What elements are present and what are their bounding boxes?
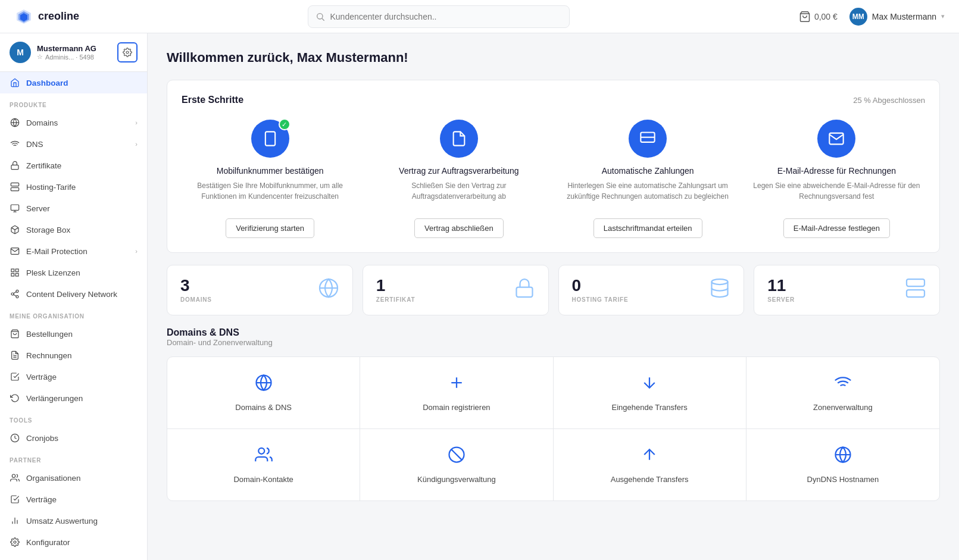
box-icon [10, 224, 20, 235]
step-2-icon-wrap [440, 120, 478, 158]
search-input[interactable] [330, 12, 562, 21]
sidebar-item-label: Verträge [26, 495, 57, 504]
dns-tile-dyndns[interactable]: DynDNS Hostnamen [746, 429, 939, 500]
account-gear-button[interactable] [117, 42, 138, 62]
dns-tile-eingehende-label: Eingehende Transfers [612, 403, 688, 412]
sidebar-item-label: Verlängerungen [26, 394, 83, 403]
sidebar-section-organisation: MEINE ORGANISATION [0, 305, 147, 323]
svg-line-4 [322, 18, 324, 21]
sidebar-item-konfigurator[interactable]: Konfigurator [0, 531, 147, 553]
chevron-right-icon: › [135, 140, 138, 148]
sidebar-item-storage-box[interactable]: Storage Box [0, 219, 147, 240]
step-4-circle [817, 120, 855, 158]
settings-icon [10, 537, 20, 548]
grid-icon [10, 267, 20, 278]
sidebar-item-email-protection[interactable]: E-Mail Protection › [0, 240, 147, 262]
logo-icon [14, 7, 33, 26]
steps-grid: ✓ Mobilfunknummer bestätigen Bestätigen … [182, 120, 925, 238]
stat-domains-label: DOMAINS [180, 296, 212, 303]
stats-row: 3 DOMAINS 1 ZERTIFIKAT 0 HOS [167, 265, 940, 315]
stat-hosting-label: HOSTING TARIFE [572, 296, 629, 303]
svg-point-25 [16, 296, 18, 298]
dns-section-subtitle: Domain- und Zonenverwaltung [167, 338, 940, 347]
step-3-button[interactable]: Lastschriftmandat erteilen [593, 218, 702, 238]
dns-tile-registrieren[interactable]: Domain registrieren [360, 357, 553, 429]
step-4-icon-wrap [817, 120, 855, 158]
sidebar-item-organisationen[interactable]: Organisationen [0, 467, 147, 489]
card-header: Erste Schritte 25 % Abgeschlossen [182, 95, 925, 105]
sidebar-item-cronjobs[interactable]: Cronjobs [0, 427, 147, 449]
account-avatar: M [10, 42, 31, 63]
step-2-desc: Schließen Sie den Vertrag zur Auftragsda… [370, 180, 547, 210]
users-icon [10, 473, 20, 483]
sidebar: M Mustermann AG ☆ Adminis... · 5498 Dash… [0, 33, 148, 560]
dns-tile-domains-dns-icon [255, 374, 273, 396]
svg-rect-11 [11, 183, 18, 186]
sidebar-item-server[interactable]: Server [0, 198, 147, 219]
sidebar-item-partner-vertraege[interactable]: Verträge [0, 489, 147, 510]
stat-hosting-icon [709, 277, 730, 303]
sidebar-item-rechnungen[interactable]: Rechnungen [0, 345, 147, 366]
svg-point-55 [258, 448, 264, 454]
sidebar-section-produkte: PRODUKTE [0, 93, 147, 112]
sidebar-item-vertraege[interactable]: Verträge [0, 366, 147, 387]
sidebar-item-dashboard[interactable]: Dashboard [0, 72, 147, 93]
dns-tile-kuendigung-label: Kündigungsverwaltung [417, 475, 496, 484]
dns-tile-zonenverwaltung[interactable]: Zonenverwaltung [746, 357, 939, 429]
sidebar-item-domains[interactable]: Domains › [0, 112, 147, 133]
svg-rect-22 [11, 273, 14, 276]
logo[interactable]: creoline [14, 7, 79, 26]
stat-domains-icon [318, 277, 339, 303]
sidebar-item-bestellungen[interactable]: Bestellungen [0, 323, 147, 345]
sidebar-item-zertifikate[interactable]: Zertifikate [0, 155, 147, 176]
sidebar-item-dns[interactable]: DNS › [0, 133, 147, 155]
step-1-button[interactable]: Verifizierung starten [226, 218, 314, 238]
stat-server[interactable]: 11 SERVER [754, 265, 940, 315]
step-1-check: ✓ [279, 118, 290, 130]
sidebar-item-cdn[interactable]: Content Delivery Network [0, 283, 147, 305]
sidebar-item-label: Hosting-Tarife [26, 183, 76, 192]
body: M Mustermann AG ☆ Adminis... · 5498 Dash… [0, 33, 959, 560]
file2-icon [10, 494, 20, 505]
cart-area[interactable]: 0,00 € [799, 11, 838, 23]
search-bar[interactable] [308, 5, 570, 28]
dns-tile-kontakte[interactable]: Domain-Kontakte [167, 429, 360, 500]
sidebar-item-label: Bestellungen [26, 330, 73, 339]
dns-section-title: Domains & DNS [167, 327, 940, 338]
progress-text: 25 % Abgeschlossen [853, 96, 925, 105]
dns-tile-eingehende-icon [641, 374, 658, 396]
dns-tile-eingehende[interactable]: Eingehende Transfers [554, 357, 746, 429]
sidebar-account: M Mustermann AG ☆ Adminis... · 5498 [0, 33, 147, 72]
wifi-icon [10, 139, 20, 149]
cart-icon [799, 11, 811, 23]
sidebar-item-plesk[interactable]: Plesk Lizenzen [0, 262, 147, 283]
svg-rect-37 [265, 132, 274, 145]
user-area[interactable]: MM Max Mustermann ▾ [849, 8, 945, 26]
stat-hosting[interactable]: 0 HOSTING TARIFE [558, 265, 745, 315]
step-1-icon-wrap: ✓ [251, 120, 289, 158]
gear-icon [123, 48, 132, 57]
dns-tile-ausgehende[interactable]: Ausgehende Transfers [554, 429, 746, 500]
stat-zertifikat[interactable]: 1 ZERTIFIKAT [363, 265, 549, 315]
dns-tile-kuendigung[interactable]: Kündigungsverwaltung [360, 429, 553, 500]
dns-tile-domains-dns[interactable]: Domains & DNS [167, 357, 360, 429]
svg-rect-20 [15, 269, 18, 272]
step-4-button[interactable]: E-Mail-Adresse festlegen [783, 218, 890, 238]
sidebar-item-label: Server [26, 204, 50, 213]
sidebar-item-verlaengerungen[interactable]: Verlängerungen [0, 387, 147, 409]
sidebar-item-label: Dashboard [26, 79, 68, 87]
svg-rect-21 [15, 273, 18, 276]
svg-point-24 [11, 293, 14, 295]
sidebar-item-hosting-tarife[interactable]: Hosting-Tarife [0, 176, 147, 198]
stat-domains[interactable]: 3 DOMAINS [167, 265, 353, 315]
sidebar-item-umsatz[interactable]: Umsatz Auswertung [0, 510, 147, 531]
stat-server-number: 11 [767, 277, 795, 294]
email-icon [828, 130, 845, 147]
dns-tile-kuendigung-icon [448, 446, 466, 468]
dns-tile-kontakte-icon [255, 446, 273, 468]
step-2-button[interactable]: Vertrag abschließen [414, 218, 504, 238]
svg-point-23 [16, 290, 18, 292]
dns-tile-zonenverwaltung-label: Zonenverwaltung [813, 403, 873, 412]
sidebar-section-tools: TOOLS [0, 409, 147, 427]
sidebar-item-label: E-Mail Protection [26, 247, 88, 256]
